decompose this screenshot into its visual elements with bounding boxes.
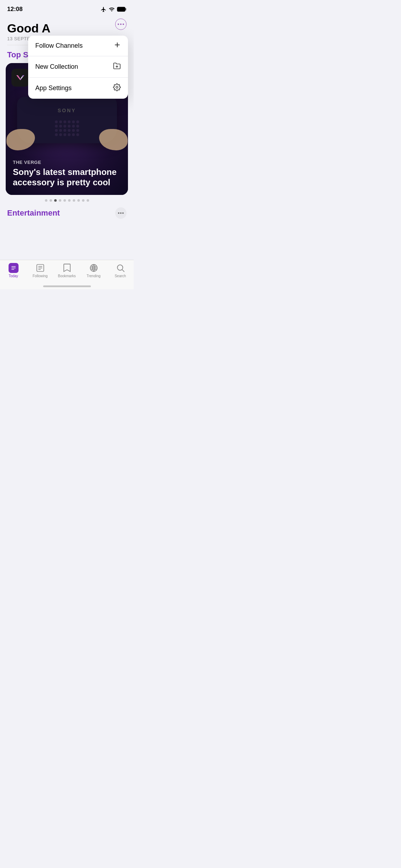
home-indicator (43, 285, 91, 287)
svg-rect-13 (11, 269, 14, 269)
svg-rect-12 (11, 268, 16, 268)
airplane-icon (101, 6, 107, 12)
sony-label: SONY (58, 108, 76, 113)
dot-8 (77, 199, 80, 202)
tab-today[interactable]: Today (0, 263, 27, 278)
dot-7 (73, 199, 75, 202)
greeting-text: Good A (7, 21, 127, 35)
tab-trending[interactable]: Trending (80, 263, 107, 278)
tab-search-label: Search (115, 274, 126, 278)
pagination-dots (0, 195, 134, 206)
today-list-icon (11, 265, 16, 271)
follow-channels-item[interactable]: Follow Channels (28, 36, 128, 56)
following-icon (36, 263, 45, 273)
tab-trending-icon (89, 263, 99, 273)
wifi-icon (109, 6, 115, 12)
app-settings-item[interactable]: App Settings (28, 78, 128, 99)
dot-3 (54, 199, 57, 202)
more-dots-icon (118, 212, 124, 214)
svg-rect-11 (11, 266, 16, 267)
entertainment-more-button[interactable] (115, 207, 127, 219)
bookmarks-icon (63, 263, 71, 273)
tab-trending-label: Trending (87, 274, 101, 278)
dot-10 (87, 199, 89, 202)
dot-6 (68, 199, 71, 202)
svg-line-21 (122, 270, 124, 272)
gear-icon (113, 83, 121, 93)
entertainment-section: Entertainment (0, 206, 134, 222)
hand-left (6, 129, 35, 150)
dropdown-menu: Follow Channels New Collection App Setti… (28, 36, 128, 99)
status-bar: 12:08 (0, 0, 134, 16)
card-text-area: THE VERGE Sony's latest smartphone acces… (13, 160, 121, 188)
tab-bar: Today Following Bookmarks (0, 260, 134, 289)
tab-following-icon (35, 263, 45, 273)
status-icons (101, 6, 127, 12)
battery-icon (117, 7, 127, 12)
card-source: THE VERGE (13, 160, 121, 165)
tab-bookmarks-icon (62, 263, 72, 273)
tab-search[interactable]: Search (107, 263, 134, 278)
entertainment-title: Entertainment (7, 208, 60, 218)
tab-following[interactable]: Following (27, 263, 53, 278)
folder-plus-icon (113, 62, 121, 72)
dot-9 (82, 199, 84, 202)
dot-5 (63, 199, 66, 202)
tab-bookmarks[interactable]: Bookmarks (53, 263, 80, 278)
more-dots-icon (118, 24, 124, 25)
more-button[interactable] (115, 19, 127, 30)
dot-1 (45, 199, 47, 202)
dot-4 (59, 199, 61, 202)
tab-search-icon (115, 263, 125, 273)
plus-icon (114, 41, 121, 50)
status-time: 12:08 (7, 6, 22, 13)
new-collection-item[interactable]: New Collection (28, 56, 128, 78)
dot-2 (50, 199, 52, 202)
svg-rect-2 (15, 72, 26, 83)
svg-rect-1 (117, 7, 122, 11)
verge-logo-icon (15, 72, 26, 83)
source-app-icon (11, 69, 29, 87)
card-headline: Sony's latest smartphone accessory is pr… (13, 167, 121, 188)
trending-icon (89, 263, 98, 273)
svg-point-10 (116, 86, 118, 88)
tab-bookmarks-label: Bookmarks (58, 274, 76, 278)
tab-following-label: Following (32, 274, 47, 278)
today-icon-bg (9, 263, 19, 273)
search-icon (116, 263, 125, 273)
tab-today-label: Today (9, 274, 18, 278)
controller-grid (55, 120, 79, 136)
hand-right (99, 129, 128, 150)
follow-channels-label: Follow Channels (35, 42, 83, 50)
app-settings-label: App Settings (35, 84, 72, 92)
svg-point-20 (117, 265, 123, 270)
tab-today-icon (9, 263, 19, 273)
new-collection-label: New Collection (35, 63, 78, 71)
